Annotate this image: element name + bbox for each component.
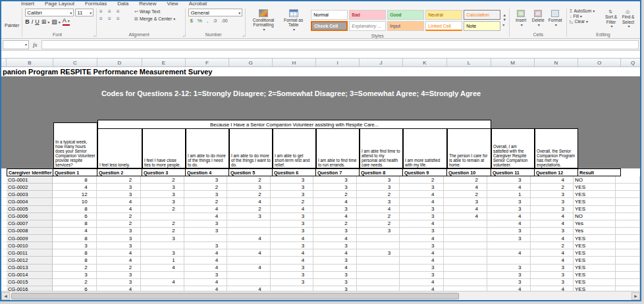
format-as-table-button[interactable]: Format as Table▾ bbox=[279, 9, 309, 32]
result-cell[interactable]: YES bbox=[574, 184, 616, 191]
scrollbar-track[interactable] bbox=[10, 292, 631, 300]
caregiver-id-cell[interactable]: CG-0010 bbox=[7, 242, 53, 249]
value-cell[interactable]: 4 bbox=[53, 228, 96, 235]
table-header-5[interactable]: Question 5 bbox=[229, 168, 273, 176]
italic-button[interactable]: I bbox=[32, 18, 34, 25]
value-cell[interactable] bbox=[357, 286, 400, 291]
value-cell[interactable]: 2 bbox=[97, 265, 141, 272]
formula-input[interactable] bbox=[41, 40, 639, 49]
caregiver-id-cell[interactable]: CG-0015 bbox=[7, 279, 53, 286]
style-chip-normal[interactable]: Normal bbox=[311, 10, 348, 20]
value-cell[interactable]: 4 bbox=[313, 213, 356, 220]
caregiver-id-cell[interactable]: CG-0006 bbox=[7, 213, 53, 220]
value-cell[interactable]: 3 bbox=[400, 228, 443, 235]
value-cell[interactable]: 3 bbox=[97, 184, 141, 191]
value-cell[interactable]: 3 bbox=[487, 176, 530, 184]
result-cell[interactable]: YES bbox=[574, 191, 616, 198]
table-header-1[interactable]: Question 1 bbox=[53, 168, 97, 176]
value-cell[interactable]: 2 bbox=[97, 176, 141, 184]
value-cell[interactable]: 3 bbox=[487, 265, 530, 272]
value-cell[interactable]: 4 bbox=[271, 235, 313, 242]
value-cell[interactable]: 4 bbox=[313, 198, 356, 205]
value-cell[interactable]: 4 bbox=[444, 206, 487, 213]
value-cell[interactable] bbox=[357, 279, 400, 286]
comma-format-button[interactable]: , bbox=[205, 18, 209, 24]
value-cell[interactable]: 4 bbox=[53, 184, 96, 191]
delete-cells-button[interactable]: Delete▾ bbox=[529, 9, 547, 31]
value-cell[interactable]: 2 bbox=[141, 206, 184, 213]
value-cell[interactable]: 4 bbox=[313, 249, 356, 257]
clear-button[interactable]: ◺Clear▾ bbox=[570, 19, 603, 24]
column-header-K[interactable]: K bbox=[403, 59, 447, 66]
question-description-cell-9[interactable]: I am more satisfied with my life. bbox=[403, 128, 447, 168]
value-cell[interactable] bbox=[227, 242, 270, 249]
value-cell[interactable]: 4 bbox=[227, 286, 270, 291]
caregiver-id-cell[interactable]: CG-0007 bbox=[7, 220, 53, 228]
trailing-cell[interactable] bbox=[616, 249, 640, 257]
value-cell[interactable]: 3 bbox=[313, 286, 356, 291]
value-cell[interactable]: 3 bbox=[184, 191, 227, 198]
value-cell[interactable] bbox=[444, 242, 487, 249]
question-description-cell-3[interactable]: I feel I have close ties to more people. bbox=[142, 128, 186, 168]
value-cell[interactable]: 4 bbox=[444, 184, 487, 191]
align-middle-icon[interactable]: ≡ bbox=[108, 9, 115, 14]
table-header-13[interactable]: Result bbox=[578, 168, 621, 176]
value-cell[interactable] bbox=[444, 265, 487, 272]
style-chip-bad[interactable]: Bad bbox=[349, 10, 386, 20]
align-bottom-icon[interactable]: ≡ bbox=[117, 9, 123, 14]
value-cell[interactable]: 8 bbox=[53, 235, 96, 242]
value-cell[interactable]: 4 bbox=[531, 235, 574, 242]
value-cell[interactable]: 4 bbox=[531, 213, 574, 220]
column-header-H[interactable]: H bbox=[273, 59, 316, 66]
value-cell[interactable]: 3 bbox=[53, 242, 96, 249]
value-cell[interactable]: 3 bbox=[271, 279, 313, 286]
value-cell[interactable]: 3 bbox=[271, 228, 313, 235]
question-description-cell-8[interactable]: I am able find time to attend to my pers… bbox=[360, 128, 403, 168]
trailing-cell[interactable] bbox=[616, 272, 640, 279]
result-cell[interactable]: YES bbox=[574, 198, 616, 205]
value-cell[interactable]: 3 bbox=[97, 272, 141, 279]
value-cell[interactable]: 3 bbox=[444, 198, 487, 205]
value-cell[interactable]: 3 bbox=[313, 242, 356, 249]
value-cell[interactable]: 2 bbox=[141, 220, 184, 228]
value-cell[interactable]: 4 bbox=[400, 191, 443, 198]
question-description-cell-1[interactable]: In a typical week, how many hours does y… bbox=[53, 122, 97, 168]
value-cell[interactable]: 4 bbox=[184, 249, 227, 257]
column-header-Q[interactable]: Q bbox=[621, 59, 640, 66]
value-cell[interactable]: 3 bbox=[227, 213, 270, 220]
value-cell[interactable]: 3 bbox=[531, 279, 574, 286]
value-cell[interactable]: 4 bbox=[184, 279, 227, 286]
trailing-cell[interactable] bbox=[616, 265, 640, 272]
value-cell[interactable] bbox=[444, 228, 487, 235]
fill-color-icon[interactable]: ▨▾ bbox=[51, 18, 61, 25]
column-header-C[interactable]: C bbox=[53, 59, 97, 66]
value-cell[interactable] bbox=[444, 279, 487, 286]
value-cell[interactable]: 3 bbox=[184, 272, 227, 279]
value-cell[interactable]: 12 bbox=[53, 191, 96, 198]
caregiver-id-cell[interactable]: CG-0016 bbox=[7, 286, 53, 291]
result-cell[interactable]: YES bbox=[574, 242, 616, 249]
value-cell[interactable]: 1 bbox=[487, 191, 530, 198]
value-cell[interactable]: 4 bbox=[271, 206, 313, 213]
value-cell[interactable] bbox=[357, 242, 400, 249]
value-cell[interactable]: 2 bbox=[400, 176, 443, 184]
gallery-more-icon[interactable]: ▾ bbox=[502, 22, 506, 27]
value-cell[interactable]: 4 bbox=[184, 206, 227, 213]
style-chip-checkcell[interactable]: Check Cell bbox=[311, 21, 348, 31]
value-cell[interactable]: 4 bbox=[97, 286, 141, 291]
value-cell[interactable]: 3 bbox=[357, 249, 400, 257]
value-cell[interactable]: 2 bbox=[357, 213, 400, 220]
value-cell[interactable] bbox=[357, 265, 400, 272]
value-cell[interactable]: 4 bbox=[400, 220, 443, 228]
value-cell[interactable]: 4 bbox=[400, 198, 443, 205]
caregiver-id-cell[interactable]: CG-0013 bbox=[7, 265, 53, 272]
value-cell[interactable]: 4 bbox=[531, 249, 574, 257]
value-cell[interactable]: 3 bbox=[313, 257, 356, 264]
value-cell[interactable]: 3 bbox=[531, 198, 574, 205]
value-cell[interactable] bbox=[444, 220, 487, 228]
value-cell[interactable]: 3 bbox=[227, 184, 270, 191]
font-color-icon[interactable]: A▾ bbox=[63, 18, 70, 26]
value-cell[interactable]: 3 bbox=[400, 184, 443, 191]
table-header-6[interactable]: Question 6 bbox=[273, 168, 316, 176]
caregiver-id-cell[interactable]: CG-0004 bbox=[7, 198, 53, 205]
